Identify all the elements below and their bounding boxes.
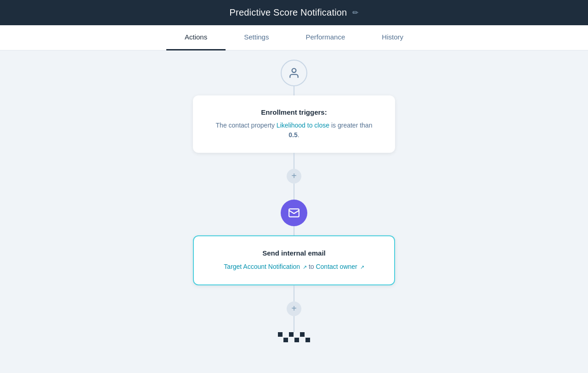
checker-cell-7 — [294, 332, 299, 337]
checker-cell-12 — [305, 338, 310, 342]
enrollment-body-prefix: The contact property — [216, 122, 277, 129]
enrollment-trigger-card[interactable]: Enrollment triggers: The contact propert… — [193, 95, 395, 153]
connector-line-3 — [294, 184, 294, 200]
top-header: Predictive Score Notification ✏ — [0, 0, 588, 25]
svg-rect-1 — [289, 209, 299, 217]
checker-cell-4 — [278, 338, 283, 342]
workflow-canvas: Enrollment triggers: The contact propert… — [0, 50, 588, 373]
contact-owner-link[interactable]: Contact owner ↗ — [316, 263, 364, 270]
checker-cell-10 — [294, 338, 299, 342]
person-icon — [288, 67, 300, 79]
connector-line-2 — [294, 153, 294, 169]
enrollment-value: 0.5 — [288, 131, 297, 139]
checker-cell-1 — [278, 332, 283, 337]
email-card-connector: to — [309, 263, 316, 270]
checker-cell-5 — [283, 338, 288, 342]
email-action-icon-circle — [281, 200, 307, 226]
enrollment-period: . — [298, 131, 300, 139]
edit-icon[interactable]: ✏ — [352, 8, 358, 17]
checker-pattern-2 — [294, 332, 310, 342]
checker-cell-11 — [300, 338, 305, 342]
email-card-body: Target Account Notification ↗ to Contact… — [210, 262, 378, 272]
svg-point-0 — [292, 68, 296, 72]
email-action-card[interactable]: Send internal email Target Account Notif… — [193, 235, 395, 285]
external-link-icon-1: ↗ — [303, 263, 307, 272]
tab-history[interactable]: History — [363, 25, 422, 50]
enrollment-trigger-icon-circle — [281, 60, 307, 86]
page-title: Predictive Score Notification — [230, 7, 347, 18]
enrollment-card-title: Enrollment triggers: — [209, 108, 379, 116]
add-step-button-2[interactable]: + — [287, 301, 301, 316]
tab-actions[interactable]: Actions — [166, 25, 226, 50]
tab-performance[interactable]: Performance — [287, 25, 363, 50]
checker-cell-9 — [305, 332, 310, 337]
checker-cell-3 — [289, 332, 294, 337]
target-account-notification-link[interactable]: Target Account Notification ↗ — [224, 263, 309, 270]
add-step-button-1[interactable]: + — [287, 169, 301, 184]
checker-pattern — [278, 332, 294, 342]
enrollment-body-suffix: is greater than — [329, 122, 372, 129]
plus-icon-1: + — [291, 171, 297, 180]
flow-wrapper: Enrollment triggers: The contact propert… — [193, 60, 395, 342]
connector-line-6 — [294, 316, 294, 332]
tab-settings[interactable]: Settings — [226, 25, 287, 50]
email-icon — [288, 207, 300, 219]
connector-line-5 — [294, 285, 294, 301]
checker-cell-6 — [289, 338, 294, 342]
likelihood-link[interactable]: Likelihood to close — [277, 122, 329, 129]
enrollment-card-body: The contact property Likelihood to close… — [209, 121, 379, 140]
external-link-icon-2: ↗ — [360, 263, 364, 272]
email-card-title: Send internal email — [210, 249, 378, 257]
plus-icon-2: + — [291, 304, 297, 313]
end-node — [278, 332, 310, 342]
checker-cell-8 — [300, 332, 305, 337]
checker-cell-2 — [283, 332, 288, 337]
tab-bar: Actions Settings Performance History — [0, 25, 588, 50]
